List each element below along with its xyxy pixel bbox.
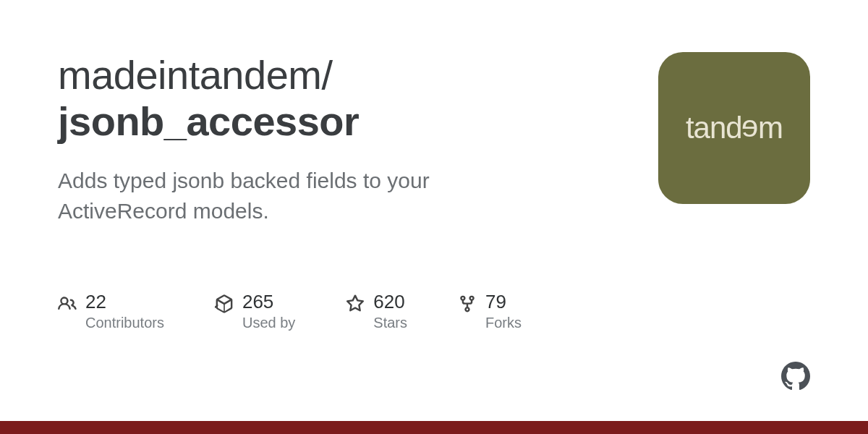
fork-icon <box>458 294 477 313</box>
repo-separator: / <box>321 52 332 98</box>
accent-bar <box>0 421 868 434</box>
stat-count: 22 <box>85 292 164 312</box>
stat-count: 265 <box>242 292 295 312</box>
repo-title: madeintandem/ jsonb_accessor <box>58 52 622 145</box>
stat-stars: 620 Stars <box>346 292 407 332</box>
repo-description: Adds typed jsonb backed fields to your A… <box>58 166 521 226</box>
repo-owner: madeintandem <box>58 52 321 98</box>
package-dependents-icon <box>215 294 234 313</box>
stat-label: Contributors <box>85 315 164 331</box>
repo-name: jsonb_accessor <box>58 98 622 145</box>
stat-usedby: 265 Used by <box>215 292 295 332</box>
stat-count: 79 <box>485 292 522 312</box>
org-logo-text: tandem <box>686 111 783 145</box>
stat-label: Forks <box>485 315 522 331</box>
stat-forks: 79 Forks <box>458 292 522 332</box>
stat-label: Used by <box>242 315 295 331</box>
stat-count: 620 <box>373 292 407 312</box>
stat-contributors: 22 Contributors <box>58 292 164 332</box>
stat-label: Stars <box>373 315 407 331</box>
people-icon <box>58 294 77 313</box>
repo-stats: 22 Contributors 265 Used by 620 <box>58 292 622 332</box>
star-icon <box>346 294 365 313</box>
github-icon <box>781 362 810 391</box>
org-avatar: tandem <box>658 52 810 204</box>
